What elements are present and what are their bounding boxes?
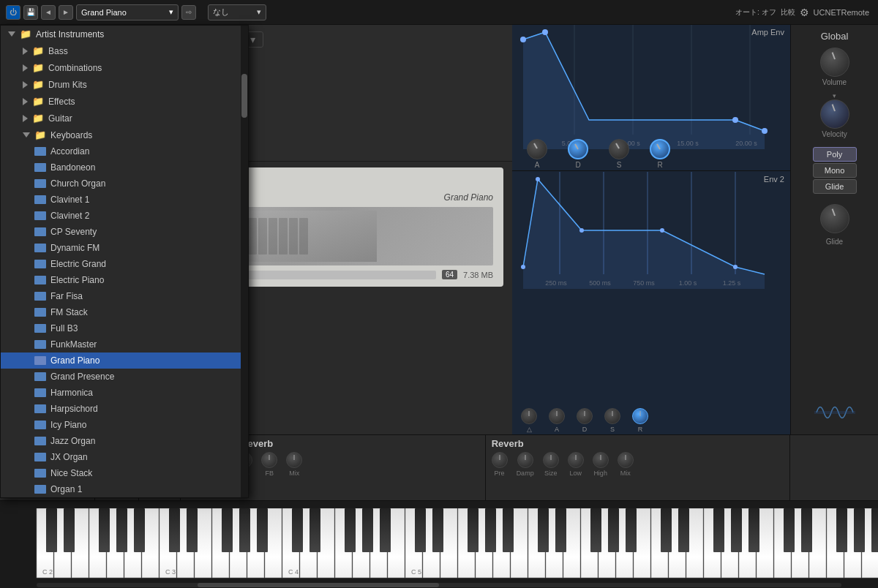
release-knob[interactable] [650,139,670,159]
env2-release-knob[interactable] [632,408,648,424]
svg-rect-109 [661,508,672,552]
keyboard-svg[interactable]: C 2 C 3 C 4 C 5 [0,508,878,581]
svg-rect-115 [801,508,812,552]
sustain-knob[interactable] [609,139,629,159]
menu-bass[interactable]: 📁 Bass [1,42,248,59]
sustain-group: S [609,139,629,169]
env2-attack-knob[interactable] [549,408,565,424]
navigate-button[interactable]: ⇨ [181,5,196,20]
menu-item-organ1[interactable]: Organ 1 [1,481,248,497]
menu-keyboards-label: Keyboards [50,130,92,140]
attack-group: A [527,139,547,169]
env2-panel: Env 2 250 ms 500 ms 750 ms 1.00 s 1.25 s [512,171,790,434]
nashi-dropdown[interactable]: なし ▾ [208,4,266,20]
env2-delta-knob[interactable] [521,408,537,424]
keyboard-scrollbar[interactable] [0,581,878,588]
poly-button[interactable]: Poly [813,147,857,162]
folder-icon: 📁 [32,79,44,90]
env2-sustain-knob[interactable] [604,408,620,424]
reverb-pre-knob[interactable] [492,452,508,468]
svg-rect-111 [713,508,724,552]
menu-item-icy-piano[interactable]: Icy Piano [1,417,248,433]
dropdown-arrow: ▾ [169,7,173,17]
item-label: Grand Presence [50,372,114,382]
menu-item-clavinet2[interactable]: Clavinet 2 [1,208,248,224]
menu-drum-kits[interactable]: 📁 Drum Kits [1,76,248,93]
collapse-icon [23,81,28,88]
delay-fb-knob[interactable] [261,452,277,468]
menu-item-fm-stack[interactable]: FM Stack [1,304,248,320]
arrow-right-button[interactable]: ► [59,5,73,20]
svg-rect-89 [169,508,180,552]
menu-item-grand-piano[interactable]: Grand Piano [1,353,248,369]
menu-item-clavinet1[interactable]: Clavinet 1 [1,192,248,208]
program-val: Grand Piano [444,192,493,203]
menu-item-dynamic-fm[interactable]: Dynamic FM [1,240,248,256]
reverb-pre-group: Pre [492,452,508,477]
mono-button[interactable]: Mono [813,163,857,178]
program-svg [230,211,377,262]
reverb-high-knob[interactable] [593,452,609,468]
decay-group: D [568,139,588,169]
svg-rect-116 [836,508,847,552]
menu-item-bandoneon[interactable]: Bandoneon [1,159,248,176]
save-button[interactable]: 💾 [23,5,38,20]
volume-label: Volume [822,78,847,86]
glide-knob[interactable] [820,204,849,233]
menu-item-full-b3[interactable]: Full B3 [1,320,248,336]
svg-rect-108 [626,508,637,552]
delay-fb-group: FB [261,452,277,477]
keyboard-scroll-thumb[interactable] [198,583,439,587]
menu-combinations[interactable]: 📁 Combinations [1,59,248,76]
menu-item-harpsichord[interactable]: Harpsichord [1,401,248,417]
glide-button[interactable]: Glide [813,179,857,194]
attack-knob[interactable] [527,139,547,159]
menu-item-nice-stack[interactable]: Nice Stack [1,465,248,481]
reverb-low-knob[interactable] [568,452,584,468]
menu-item-jx-organ[interactable]: JX Organ [1,449,248,465]
power-button[interactable]: ⏻ [6,5,20,20]
sustain-label: S [617,161,622,169]
arrow-left-button[interactable]: ◄ [41,5,56,20]
menu-scrollbar[interactable] [241,26,248,497]
menu-keyboards[interactable]: 📁 Keyboards [1,127,248,143]
menu-item-accordian[interactable]: Accordian [1,143,248,159]
voices-max: 64 [442,270,457,279]
svg-point-16 [520,37,526,42]
volume-knob[interactable] [820,48,849,77]
menu-item-far-fisa[interactable]: Far Fisa [1,288,248,304]
menu-item-jazz-organ[interactable]: Jazz Organ [1,433,248,449]
voices-size: 7.38 MB [463,271,493,279]
svg-text:C 5: C 5 [411,568,421,576]
folder-icon: 📁 [32,62,44,73]
decay-knob[interactable] [568,139,588,159]
menu-item-grand-presence[interactable]: Grand Presence [1,369,248,385]
svg-rect-103 [503,508,514,552]
compare-label: 比較 [781,7,795,18]
env2-decay-knob[interactable] [577,408,593,424]
settings-icon[interactable]: ⚙ [800,7,809,18]
delay-mix-knob[interactable] [286,452,302,468]
menu-root[interactable]: 📁 Artist Instruments [1,26,248,42]
velocity-knob[interactable] [820,99,849,129]
reverb-damp-knob[interactable] [517,452,533,468]
svg-rect-5 [279,218,288,255]
menu-effects[interactable]: 📁 Effects [1,93,248,110]
menu-item-funkmaster[interactable]: FunkMaster [1,336,248,353]
svg-point-18 [732,117,738,123]
item-label: Electric Grand [50,259,106,269]
menu-item-harmonica[interactable]: Harmonica [1,385,248,401]
instrument-icon [34,244,46,252]
menu-item-cp-seventy[interactable]: CP Seventy [1,224,248,240]
decay-label: D [575,161,580,169]
preset-dropdown[interactable]: Grand Piano ▾ [76,4,179,20]
menu-item-electric-piano[interactable]: Electric Piano [1,272,248,288]
instrument-icon [34,421,46,429]
reverb-size-knob[interactable] [543,452,559,468]
reverb-mix-knob[interactable] [618,452,634,468]
menu-item-church-organ[interactable]: Church Organ [1,176,248,192]
scrollbar-thumb[interactable] [241,74,247,118]
instrument-icon [34,356,46,365]
menu-guitar[interactable]: 📁 Guitar [1,110,248,127]
menu-item-electric-grand[interactable]: Electric Grand [1,256,248,272]
